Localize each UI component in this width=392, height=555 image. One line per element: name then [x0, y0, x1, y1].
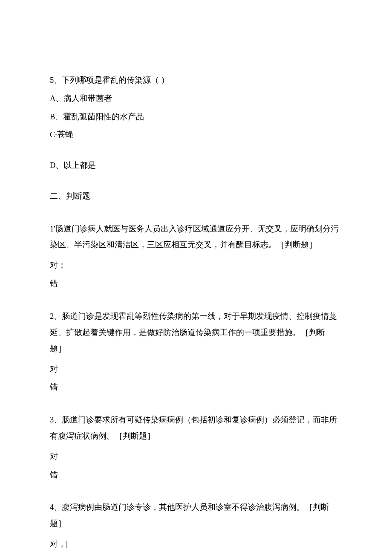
judge-3-false: 错 [50, 469, 341, 481]
judge-1-text: 1'肠道门诊病人就医与医务人员出入诊疗区域通道应分开、无交叉，应明确划分污染区、… [50, 221, 341, 254]
q5-option-a: A、病人和带菌者 [50, 93, 341, 105]
q5-option-d: D、以上都是 [50, 160, 341, 172]
judge-1-false: 错 [50, 278, 341, 290]
q5-stem: 5、下列哪项是霍乱的传染源（ ） [50, 75, 341, 87]
question-5: 5、下列哪项是霍乱的传染源（ ） A、病人和带菌者 B、霍乱弧菌阳性的水产品 C… [50, 75, 341, 141]
judge-3-true: 对 [50, 451, 341, 463]
judge-4-text: 4、腹泻病例由肠道门诊专诊，其他医护人员和诊室不得诊治腹泻病例。［判断题］ [50, 500, 341, 532]
judge-2: 2、肠道门诊是发现霍乱等烈性传染病的第一线，对于早期发现疫情、控制疫情蔓延、扩散… [50, 309, 341, 393]
judge-2-text: 2、肠道门诊是发现霍乱等烈性传染病的第一线，对于早期发现疫情、控制疫情蔓延、扩散… [50, 309, 341, 357]
q5-option-c: C·苍蝇 [50, 129, 341, 141]
judge-3: 3、肠道门诊要求所有可疑传染病病例（包括初诊和复诊病例）必须登记，而非所有腹泻症… [50, 412, 341, 481]
judge-1-true: 对； [50, 260, 341, 272]
q5-option-b: B、霍乱弧菌阳性的水产品 [50, 111, 341, 123]
judge-2-true: 对 [50, 364, 341, 376]
judge-4: 4、腹泻病例由肠道门诊专诊，其他医护人员和诊室不得诊治腹泻病例。［判断题］ 对，… [50, 500, 341, 555]
judge-1: 1'肠道门诊病人就医与医务人员出入诊疗区域通道应分开、无交叉，应明确划分污染区、… [50, 221, 341, 290]
section-2-heading: 二、判断题 [50, 191, 341, 202]
q5-option-d-block: D、以上都是 [50, 160, 341, 172]
judge-3-text: 3、肠道门诊要求所有可疑传染病病例（包括初诊和复诊病例）必须登记，而非所有腹泻症… [50, 412, 341, 445]
judge-4-true: 对，| [50, 538, 341, 550]
judge-2-false: 错 [50, 382, 341, 393]
